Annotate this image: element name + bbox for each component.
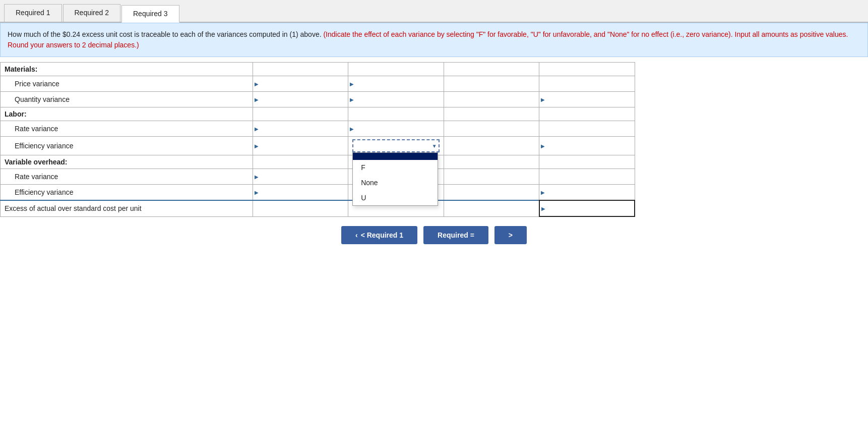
price-variance-row: Price variance	[1, 76, 635, 92]
price-variance-col4	[539, 76, 635, 92]
materials-col2	[348, 63, 444, 76]
prev-button-label: < Required 1	[361, 231, 403, 239]
labor-efficiency-input4[interactable]	[543, 141, 631, 151]
materials-label: Materials:	[1, 63, 253, 76]
dropdown-item-none[interactable]: None	[353, 175, 438, 190]
next-chevron-icon: >	[509, 231, 513, 239]
next-button[interactable]: >	[494, 226, 527, 244]
variable-overhead-header-row: Variable overhead:	[1, 155, 635, 169]
var-oh-rate-col1[interactable]	[253, 169, 348, 185]
quantity-variance-input1[interactable]	[257, 94, 344, 104]
quantity-variance-col2[interactable]	[348, 92, 444, 107]
quantity-variance-input2[interactable]	[352, 94, 439, 104]
quantity-variance-col3	[444, 92, 539, 107]
excess-label: Excess of actual over standard cost per …	[1, 200, 253, 216]
labor-efficiency-select[interactable]: F None U	[352, 139, 439, 152]
price-variance-input1[interactable]	[257, 79, 344, 89]
labor-efficiency-input1[interactable]	[257, 141, 344, 151]
dropdown-item-u[interactable]: U	[353, 190, 438, 205]
labor-efficiency-col2[interactable]: F None U F None U	[348, 137, 444, 155]
excess-col3	[444, 200, 539, 216]
dropdown-item-f[interactable]: F	[353, 160, 438, 175]
tab-required2[interactable]: Required 2	[63, 4, 121, 22]
materials-col3	[444, 63, 539, 76]
quantity-variance-col4[interactable]	[539, 92, 635, 107]
var-oh-efficiency-col1[interactable]	[253, 185, 348, 201]
var-oh-efficiency-variance-row: Efficiency variance	[1, 185, 635, 201]
var-oh-col1	[253, 155, 348, 169]
labor-rate-input1[interactable]	[257, 124, 344, 134]
price-variance-col2[interactable]	[348, 76, 444, 92]
prev-button[interactable]: ‹ < Required 1	[341, 226, 417, 244]
var-oh-rate-label: Rate variance	[1, 169, 253, 185]
labor-efficiency-col1[interactable]	[253, 137, 348, 155]
variable-overhead-label: Variable overhead:	[1, 155, 253, 169]
labor-rate-variance-row: Rate variance	[1, 121, 635, 137]
labor-rate-col4	[539, 121, 635, 137]
labor-col1	[253, 107, 348, 121]
excess-col1	[253, 200, 348, 216]
labor-col2	[348, 107, 444, 121]
price-variance-input2[interactable]	[352, 79, 439, 89]
excess-input4[interactable]	[544, 203, 631, 213]
variance-table-wrap: Materials: Price variance Quantity varia…	[0, 62, 635, 217]
labor-efficiency-col4[interactable]	[539, 137, 635, 155]
dropdown-menu: F None U	[352, 152, 438, 206]
bottom-nav: ‹ < Required 1 Required = >	[0, 226, 868, 244]
excess-row: Excess of actual over standard cost per …	[1, 200, 635, 216]
quantity-variance-label: Quantity variance	[1, 92, 253, 107]
quantity-variance-row: Quantity variance	[1, 92, 635, 107]
labor-efficiency-variance-row: Efficiency variance F None U	[1, 137, 635, 155]
quantity-variance-col1[interactable]	[253, 92, 348, 107]
excess-col4[interactable]	[539, 200, 635, 216]
labor-efficiency-col3	[444, 137, 539, 155]
variance-table: Materials: Price variance Quantity varia…	[0, 62, 635, 217]
labor-efficiency-variance-label: Efficiency variance	[1, 137, 253, 155]
var-oh-rate-col4	[539, 169, 635, 185]
var-oh-efficiency-input4[interactable]	[543, 187, 631, 197]
instruction-main: How much of the $0.24 excess unit cost i…	[8, 30, 322, 38]
var-oh-rate-input1[interactable]	[257, 172, 344, 182]
var-oh-efficiency-col4[interactable]	[539, 185, 635, 201]
tabs-bar: Required 1 Required 2 Required 3	[0, 0, 868, 23]
materials-col1	[253, 63, 348, 76]
prev-chevron-icon: ‹	[355, 231, 358, 239]
required-eq-label: Required =	[423, 226, 488, 244]
var-oh-efficiency-input1[interactable]	[257, 187, 344, 197]
labor-rate-input2[interactable]	[352, 124, 439, 134]
labor-header-row: Labor:	[1, 107, 635, 121]
quantity-variance-input4[interactable]	[543, 94, 631, 104]
var-oh-efficiency-col3	[444, 185, 539, 201]
labor-rate-variance-label: Rate variance	[1, 121, 253, 137]
materials-header-row: Materials:	[1, 63, 635, 76]
price-variance-col3	[444, 76, 539, 92]
dropdown-wrapper: F None U	[352, 139, 439, 152]
labor-rate-col2[interactable]	[348, 121, 444, 137]
price-variance-label: Price variance	[1, 76, 253, 92]
labor-label: Labor:	[1, 107, 253, 121]
var-oh-rate-variance-row: Rate variance	[1, 169, 635, 185]
tab-required3[interactable]: Required 3	[121, 5, 179, 23]
var-oh-col3	[444, 155, 539, 169]
dropdown-item-empty[interactable]	[353, 153, 438, 160]
var-oh-efficiency-label: Efficiency variance	[1, 185, 253, 201]
labor-rate-col1[interactable]	[253, 121, 348, 137]
tab-required1[interactable]: Required 1	[4, 4, 62, 22]
instruction-box: How much of the $0.24 excess unit cost i…	[0, 23, 868, 57]
price-variance-col1[interactable]	[253, 76, 348, 92]
labor-rate-col3	[444, 121, 539, 137]
var-oh-col4	[539, 155, 635, 169]
labor-col3	[444, 107, 539, 121]
dropdown-open-wrap: F None U F None U	[352, 139, 439, 152]
var-oh-rate-col3	[444, 169, 539, 185]
labor-col4	[539, 107, 635, 121]
materials-col4	[539, 63, 635, 76]
